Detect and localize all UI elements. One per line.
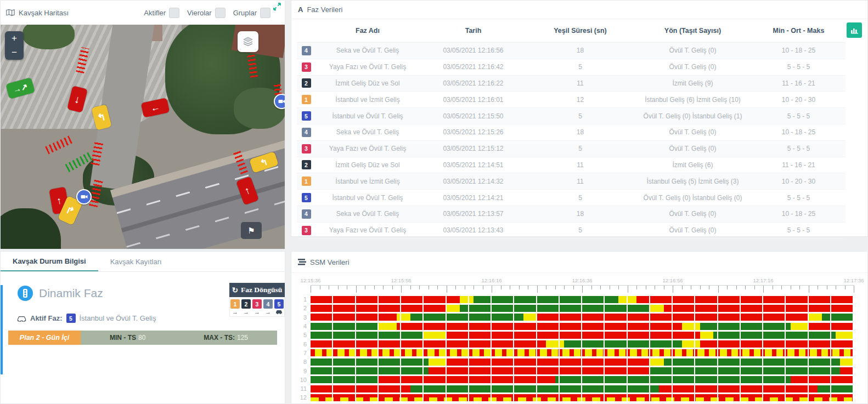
phase-table-row[interactable]: 2İzmit Geliş Düz ve Sol03/05/2021 12:16:… (297, 76, 846, 92)
tarih-cell: 03/05/2021 12:14:51 (420, 161, 527, 169)
map-toggles: Aktifler Vierolar Gruplar (144, 8, 270, 18)
time-tick (618, 286, 619, 289)
yon-cell: İstanbul Geliş (6) İzmit Geliş (10) (634, 96, 752, 104)
min-ort-maks-cell: 5 - 5 - 5 (752, 63, 846, 71)
chart-button[interactable] (847, 22, 862, 38)
time-tick (447, 286, 447, 293)
phase-table-row[interactable]: 1İstanbul ve İzmit Geliş03/05/2021 12:14… (297, 173, 846, 190)
flag-icon: ⚑ (247, 226, 255, 236)
status-content: Dinamik Faz ↻ Faz Döngüsü 1→2→3→4→5 Akti… (1, 285, 285, 374)
phase-table-row[interactable]: 3Yaya Fazı ve Övül T. Geliş03/05/2021 12… (297, 223, 846, 239)
ssm-chart[interactable]: 123456789101112 (291, 295, 867, 402)
zoom-out-button[interactable]: − (5, 45, 24, 60)
ssm-row-bar[interactable] (311, 305, 854, 312)
phase-badge: 2 (302, 160, 311, 169)
ssm-row-bar[interactable] (311, 367, 854, 374)
time-tick (474, 286, 474, 289)
tarih-cell: 03/05/2021 12:16:56 (420, 47, 527, 54)
time-tick-label: 12:15:36 (301, 277, 321, 283)
map-panel-title: Kavşak Haritası (19, 9, 69, 17)
zoom-in-button[interactable]: + (5, 31, 24, 45)
faz-adi-cell: İstanbul ve Övül T. Geliş (315, 112, 420, 120)
yesil-suresi-cell: 5 (527, 112, 634, 120)
tarih-cell: 03/05/2021 12:15:12 (420, 145, 527, 152)
camera-marker-icon[interactable] (76, 189, 92, 204)
time-tick (492, 286, 492, 293)
camera-marker-icon[interactable] (274, 94, 285, 109)
plan-values: MIN - TS80 MAX - TS:125 (81, 331, 277, 345)
ssm-time-labels: 12:15:3612:15:5612:16:1612:16:3612:16:56… (311, 277, 854, 284)
ssm-row-bar[interactable] (311, 323, 854, 330)
phase-cycle-item[interactable]: 4→ (263, 299, 273, 315)
ssm-row-bar[interactable] (311, 296, 854, 303)
time-tick (781, 286, 782, 289)
time-tick (610, 286, 610, 289)
tab-kavsak-durum-bilgisi[interactable]: Kavşak Durum Bilgisi (1, 252, 98, 271)
col-yon: Yön (Taşıt Sayısı) (634, 27, 752, 35)
yesil-suresi-cell: 11 (527, 79, 634, 87)
phase-cycle-item[interactable]: 2→ (241, 299, 251, 315)
col-tarih: Tarih (420, 27, 527, 35)
toggle-gruplar-label: Gruplar (233, 9, 257, 17)
time-tick (410, 286, 411, 289)
ssm-row-bar[interactable] (311, 394, 854, 401)
ssm-header: SSM Verileri (291, 252, 867, 273)
time-tick (374, 286, 375, 289)
crosswalk-red (45, 136, 72, 155)
toggle-vierolar-checkbox[interactable] (215, 8, 226, 18)
phase-table-row[interactable]: 4Seka ve Övül T. Geliş03/05/2021 12:16:5… (297, 43, 846, 59)
time-tick-label: 12:16:56 (663, 277, 683, 283)
toggle-gruplar-checkbox[interactable] (260, 8, 270, 18)
ssm-row-bar[interactable] (311, 340, 854, 348)
col-faz-adi: Faz Adı (315, 27, 420, 35)
expand-arrows-icon[interactable] (273, 2, 281, 11)
time-tick (763, 286, 764, 293)
phase-table-row[interactable]: 5İstanbul ve Övül T. Geliş03/05/2021 12:… (297, 108, 846, 124)
ssm-row-bar[interactable] (311, 359, 854, 366)
faz-dongusu-button[interactable]: ↻ Faz Döngüsü (229, 283, 285, 297)
phase-table-row[interactable]: 4Seka ve Övül T. Geliş03/05/2021 12:15:2… (297, 124, 846, 141)
ssm-row-bar[interactable] (311, 376, 854, 383)
satellite-map[interactable]: →↗ ↓ ↰ ← ↰ ↑ ↑ ↱ + − ⚑ (1, 25, 285, 249)
phase-cycle-item[interactable]: 1→ (230, 299, 240, 315)
phase-table-row[interactable]: 1İstanbul ve İzmit Geliş03/05/2021 12:16… (297, 92, 846, 108)
arrow-right-icon: → (243, 309, 249, 315)
ssm-row: 10 (291, 375, 867, 384)
phase-badge: 1 (230, 299, 240, 309)
flag-button[interactable]: ⚑ (241, 222, 262, 239)
time-tick (429, 286, 429, 289)
phase-cycle-item[interactable]: 3→ (252, 299, 262, 315)
ssm-title: SSM Verileri (310, 258, 350, 266)
ssm-row: 11 (291, 384, 867, 393)
time-tick-label: 12:17:16 (753, 277, 774, 283)
ssm-row-bar[interactable] (311, 349, 854, 356)
tab-kavsak-kayitlari[interactable]: Kavşak Kayıtları (98, 252, 174, 271)
phase-table-row[interactable]: 2İzmit Geliş Düz ve Sol03/05/2021 12:14:… (297, 157, 846, 174)
phase-badge: 3 (252, 299, 262, 309)
plan-min-value: 80 (138, 334, 145, 342)
yesil-suresi-cell: 5 (527, 194, 634, 202)
yesil-suresi-cell: 18 (527, 128, 634, 136)
arrow-right-icon: → (232, 309, 238, 315)
phase-data-panel: A Faz Verileri Faz Adı Tarih Yeşil Süres… (291, 0, 868, 237)
layers-button[interactable] (238, 31, 258, 52)
ssm-row-bar[interactable] (311, 314, 854, 321)
phase-badge: 5 (302, 193, 311, 202)
time-tick (646, 286, 646, 289)
ssm-row-bar[interactable] (311, 332, 854, 339)
time-tick-label: 12:17:36 (844, 277, 864, 283)
ssm-row: 5 (291, 331, 867, 339)
phase-badge-cell: 5 (297, 111, 315, 121)
car-icon (275, 309, 283, 314)
col-yesil-suresi: Yeşil Süresi (sn) (527, 27, 634, 35)
phase-table-row[interactable]: 3Yaya Fazı ve Övül T. Geliş03/05/2021 12… (297, 59, 846, 76)
phase-table-row[interactable]: 5İstanbul ve Övül T. Geliş03/05/2021 12:… (297, 190, 846, 206)
toggle-aktifler-checkbox[interactable] (169, 8, 179, 18)
phase-cycle-item[interactable]: 5 (274, 299, 284, 315)
ssm-row-bar[interactable] (311, 385, 854, 392)
phase-table-columns: Faz Adı Tarih Yeşil Süresi (sn) Yön (Taş… (297, 19, 846, 43)
yon-cell: Övül T. Geliş (0) (634, 210, 752, 218)
phase-table-row[interactable]: 3Yaya Fazı ve Övül T. Geliş03/05/2021 12… (297, 141, 846, 157)
phase-table-row[interactable]: 4Seka ve Övül T. Geliş03/05/2021 12:13:5… (297, 206, 846, 223)
phase-table-body: 4Seka ve Övül T. Geliş03/05/2021 12:16:5… (297, 43, 846, 239)
